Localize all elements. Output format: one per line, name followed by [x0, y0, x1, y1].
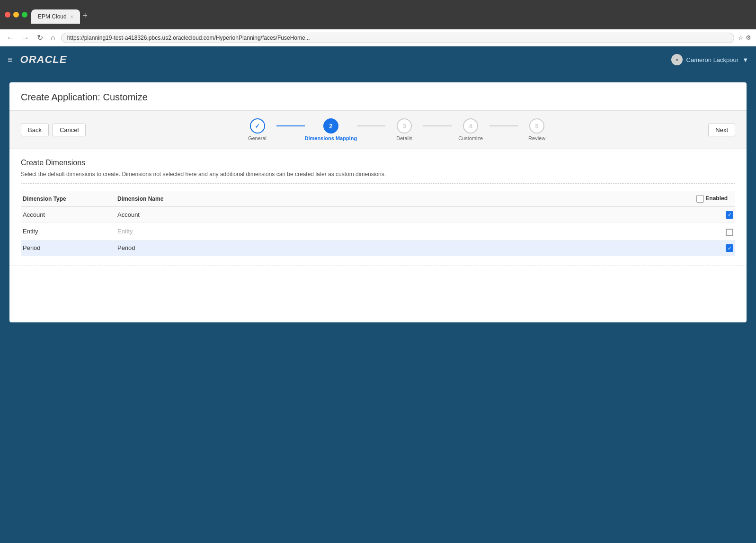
table-row: Period ✓	[21, 240, 735, 256]
step-circle-customize: 4	[463, 118, 478, 134]
wizard-bar: Back Cancel ✓ General 2 Dimensions Mappi…	[9, 111, 747, 149]
user-dropdown-icon[interactable]: ▼	[742, 56, 748, 63]
header-user-area: ⚬ Cameron Lackpour ▼	[671, 54, 748, 65]
wizard-step-review: 5 Review	[518, 118, 556, 141]
period-name-input[interactable]	[117, 244, 686, 251]
select-all-checkbox[interactable]	[696, 195, 704, 203]
period-enabled-checkbox-wrapper: ✓	[726, 244, 733, 252]
dimension-name-cell	[116, 207, 688, 223]
username-label: Cameron Lackpour	[686, 56, 739, 63]
step-connector-3	[423, 125, 452, 126]
wizard-step-details: 3 Details	[385, 118, 423, 141]
bookmark-icon[interactable]: ☆	[738, 34, 744, 41]
back-button[interactable]: Back	[21, 124, 49, 136]
wizard-step-general: ✓ General	[239, 118, 276, 141]
main-card: Create Application: Customize Back Cance…	[9, 82, 747, 322]
address-bar: ← → ↻ ⌂ ☆ ⚙	[0, 29, 756, 46]
oracle-logo: ORACLE	[20, 53, 67, 66]
reload-button[interactable]: ↻	[35, 32, 45, 43]
page-title: Create Application: Customize	[21, 92, 735, 103]
dimension-type-cell: Entity	[21, 223, 116, 240]
entity-name-input[interactable]	[117, 228, 686, 235]
step-label-customize: Customize	[458, 135, 483, 141]
enabled-cell	[688, 223, 735, 240]
section-title: Create Dimensions	[21, 159, 735, 167]
table-row: Entity	[21, 223, 735, 240]
step-circle-general: ✓	[250, 118, 265, 134]
period-enabled-checkbox[interactable]: ✓	[726, 244, 733, 252]
col-header-name: Dimension Name	[116, 191, 688, 207]
table-row: Account ✓	[21, 207, 735, 223]
home-button[interactable]: ⌂	[49, 33, 57, 43]
step-label-review: Review	[528, 135, 545, 141]
wizard-step-customize: 4 Customize	[452, 118, 489, 141]
close-window-button[interactable]	[5, 12, 10, 18]
dimension-name-cell	[116, 223, 688, 240]
tab-bar: EPM Cloud × +	[31, 6, 751, 24]
col-header-enabled: Enabled	[688, 191, 735, 207]
user-avatar: ⚬	[671, 54, 683, 65]
step-connector-2	[357, 125, 385, 126]
step-label-details: Details	[396, 135, 412, 141]
table-header-row: Dimension Type Dimension Name Enabled	[21, 191, 735, 207]
maximize-window-button[interactable]	[22, 12, 27, 18]
section-description: Select the default dimensions to create.…	[21, 171, 735, 184]
wizard-steps: ✓ General 2 Dimensions Mapping 3 Details	[86, 118, 708, 141]
browser-chrome: EPM Cloud × +	[0, 0, 756, 29]
enabled-cell: ✓	[688, 240, 735, 256]
tab-close-button[interactable]: ×	[71, 14, 73, 19]
step-label-general: General	[248, 135, 267, 141]
cancel-button[interactable]: Cancel	[53, 124, 86, 136]
entity-enabled-checkbox-wrapper	[726, 229, 733, 236]
account-name-input[interactable]	[117, 211, 686, 218]
traffic-lights	[5, 12, 27, 18]
card-header: Create Application: Customize	[9, 82, 747, 111]
step-label-dimensions: Dimensions Mapping	[305, 135, 357, 141]
browser-toolbar: ☆ ⚙	[738, 34, 751, 41]
enabled-label: Enabled	[705, 195, 728, 202]
extensions-icon[interactable]: ⚙	[746, 34, 751, 41]
account-enabled-checkbox[interactable]: ✓	[726, 211, 733, 219]
step-connector-4	[489, 125, 518, 126]
card-footer	[9, 266, 747, 322]
tab-title: EPM Cloud	[38, 13, 67, 20]
dimension-name-cell	[116, 240, 688, 256]
entity-enabled-checkbox[interactable]	[726, 229, 733, 236]
dimension-type-cell: Account	[21, 207, 116, 223]
enabled-cell: ✓	[688, 207, 735, 223]
main-content: Create Application: Customize Back Cance…	[0, 73, 756, 543]
account-enabled-checkbox-wrapper: ✓	[726, 211, 733, 219]
card-body: Create Dimensions Select the default dim…	[9, 149, 747, 266]
step-circle-review: 5	[529, 118, 544, 134]
forward-nav-button[interactable]: →	[20, 33, 31, 43]
checkmark-icon: ✓	[728, 245, 732, 251]
col-header-type: Dimension Type	[21, 191, 116, 207]
back-nav-button[interactable]: ←	[5, 33, 16, 43]
dimension-type-cell: Period	[21, 240, 116, 256]
wizard-nav-buttons: Back Cancel	[21, 124, 86, 136]
minimize-window-button[interactable]	[13, 12, 19, 18]
dimensions-table: Dimension Type Dimension Name Enabled Ac…	[21, 191, 735, 256]
wizard-step-dimensions: 2 Dimensions Mapping	[305, 118, 357, 141]
url-input[interactable]	[61, 33, 734, 43]
step-circle-details: 3	[397, 118, 412, 134]
app-header: ≡ ORACLE ⚬ Cameron Lackpour ▼	[0, 46, 756, 73]
hamburger-menu-button[interactable]: ≡	[8, 55, 13, 65]
user-icon: ⚬	[675, 57, 679, 62]
new-tab-button[interactable]: +	[80, 11, 91, 21]
checkmark-icon: ✓	[728, 212, 732, 218]
browser-tab[interactable]: EPM Cloud ×	[31, 9, 80, 24]
next-button[interactable]: Next	[708, 124, 735, 136]
step-circle-dimensions: 2	[323, 118, 338, 134]
step-connector-1	[276, 125, 305, 126]
